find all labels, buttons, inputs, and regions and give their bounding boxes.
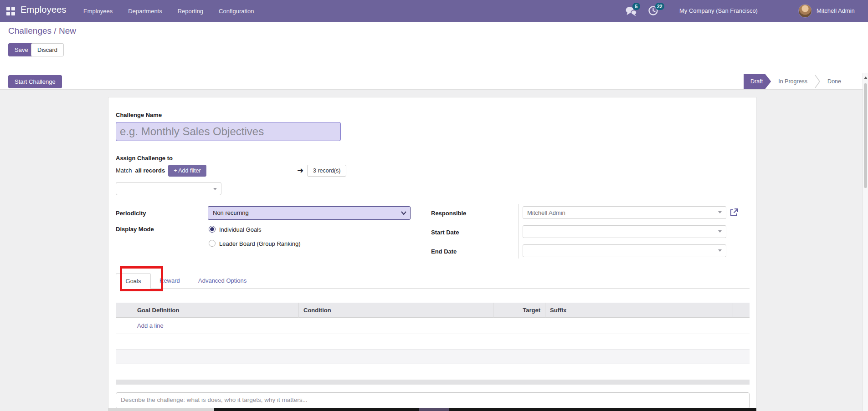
tab-reward[interactable]: Reward [159, 273, 180, 289]
breadcrumb-challenges[interactable]: Challenges [8, 26, 51, 36]
column-suffix[interactable]: Suffix [545, 303, 733, 318]
external-link-icon[interactable] [729, 208, 739, 218]
stage-done[interactable]: Done [820, 74, 848, 89]
discard-button[interactable]: Discard [31, 43, 64, 56]
periodicity-select[interactable]: Non recurring [208, 206, 411, 220]
empty-row [116, 364, 750, 379]
scrollbar-up-arrow-icon[interactable] [864, 76, 868, 79]
start-challenge-button[interactable]: Start Challenge [8, 75, 62, 88]
bottom-strip-bar [214, 408, 756, 411]
match-prefix: Match [116, 167, 132, 174]
stage-bar: Draft In Progress Done [744, 73, 848, 90]
end-date-label: End Date [431, 248, 457, 255]
app-menu: Employees Departments Reporting Configur… [82, 0, 255, 22]
end-date-input[interactable] [523, 244, 726, 257]
assign-challenge-label: Assign Challenge to [116, 155, 173, 162]
column-goal-definition[interactable]: Goal Definition [116, 303, 299, 318]
radio-leader-board[interactable] [209, 240, 216, 247]
notebook-tabs: Goals Reward Advanced Options [116, 273, 750, 289]
periodicity-value: Non recurring [213, 209, 249, 216]
chevron-down-icon [401, 211, 406, 215]
vertical-scrollbar[interactable] [863, 73, 868, 411]
empty-row [116, 334, 750, 349]
challenge-name-label: Challenge Name [116, 112, 162, 118]
caret-down-icon [213, 188, 217, 190]
periodicity-label: Periodicity [116, 210, 146, 217]
breadcrumb: Challenges / New [8, 26, 76, 36]
right-arrow-icon: ➜ [297, 166, 303, 175]
responsible-label: Responsible [431, 210, 466, 217]
goals-table-header: Goal Definition Condition Target Suffix [116, 303, 750, 318]
start-date-label: Start Date [431, 229, 459, 236]
match-all-records: all records [135, 167, 165, 174]
menu-employees[interactable]: Employees [82, 6, 113, 16]
caret-down-icon[interactable] [718, 230, 722, 233]
horizontal-scrollbar-track[interactable] [116, 380, 750, 385]
radio-individual-goals[interactable] [209, 226, 216, 233]
empty-row-striped [116, 349, 750, 364]
chevron-separator-icon [815, 75, 820, 88]
display-mode-label: Display Mode [116, 226, 154, 233]
caret-down-icon[interactable] [718, 211, 722, 213]
save-button[interactable]: Save [8, 43, 35, 56]
app-title[interactable]: Employees [21, 5, 67, 15]
domain-match-row: Match all records + Add filter [116, 164, 206, 177]
column-target[interactable]: Target [493, 303, 545, 318]
label-column-divider-right [518, 204, 519, 259]
tab-goals[interactable]: Goals [116, 273, 151, 289]
scrollbar-thumb[interactable] [864, 83, 867, 188]
menu-departments[interactable]: Departments [127, 6, 163, 16]
top-navbar: Employees Employees Departments Reportin… [0, 0, 868, 22]
column-condition[interactable]: Condition [299, 303, 493, 318]
apps-grid-icon[interactable] [6, 7, 15, 15]
caret-down-icon[interactable] [718, 249, 722, 252]
breadcrumb-current: New [59, 26, 76, 36]
goals-table: Goal Definition Condition Target Suffix … [116, 303, 750, 379]
records-count-button[interactable]: 3 record(s) [307, 165, 346, 177]
add-a-line-link[interactable]: Add a line [137, 322, 164, 329]
stage-in-progress[interactable]: In Progress [771, 74, 815, 89]
bottom-strip-segment [419, 408, 449, 411]
odoo-challenge-form-screen: Employees Employees Departments Reportin… [0, 0, 868, 411]
assign-users-combobox[interactable] [116, 182, 221, 195]
start-date-input[interactable] [523, 225, 726, 238]
challenge-name-input[interactable] [116, 122, 341, 141]
menu-configuration[interactable]: Configuration [218, 6, 255, 16]
radio-individual-goals-label[interactable]: Individual Goals [219, 226, 262, 233]
form-statusbar-row: Start Challenge Draft In Progress Done [0, 73, 868, 90]
menu-reporting[interactable]: Reporting [177, 6, 204, 16]
challenge-description-textarea[interactable] [116, 392, 750, 409]
bottom-strip-track [108, 408, 214, 411]
messages-count-badge[interactable]: 5 [632, 3, 640, 10]
radio-leader-board-label[interactable]: Leader Board (Group Ranking) [219, 240, 301, 247]
company-switcher[interactable]: My Company (San Francisco) [679, 7, 758, 14]
control-panel: Challenges / New Save Discard [0, 22, 868, 73]
activities-count-badge[interactable]: 22 [655, 3, 664, 10]
user-avatar[interactable] [798, 4, 812, 18]
form-sheet: Challenge Name Assign Challenge to Match… [108, 97, 756, 411]
responsible-input[interactable] [523, 206, 726, 219]
user-menu[interactable]: Mitchell Admin [817, 7, 855, 14]
tab-advanced-options[interactable]: Advanced Options [198, 273, 247, 289]
column-actions [733, 303, 750, 318]
breadcrumb-separator: / [51, 26, 59, 36]
stage-draft[interactable]: Draft [744, 74, 771, 89]
add-filter-button[interactable]: + Add filter [168, 165, 206, 177]
table-row: Add a line [116, 318, 750, 334]
label-column-divider-left [203, 205, 203, 257]
